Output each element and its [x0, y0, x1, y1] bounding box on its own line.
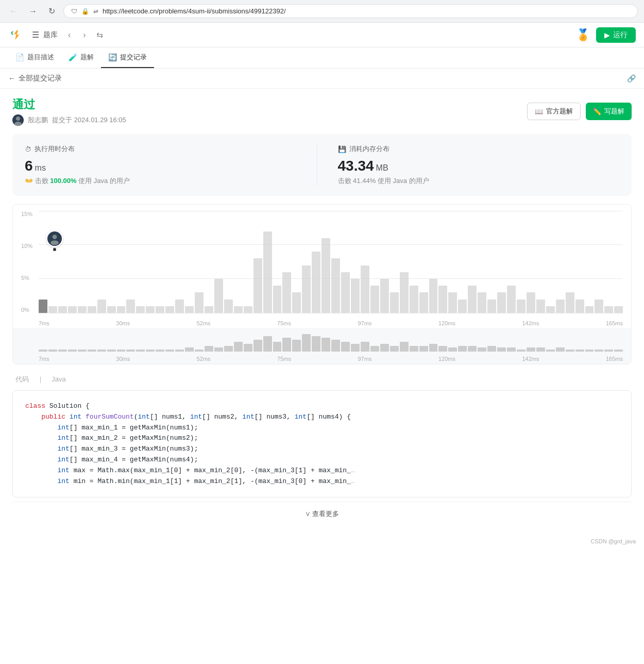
mini-bar-31 — [341, 342, 350, 352]
mini-bar-24 — [273, 342, 282, 352]
tab-description[interactable]: 📄 题目描述 — [8, 47, 61, 68]
memory-stat-section: 💾 消耗内存分布 43.34MB 击败 41.44% 使用 Java 的用户 — [317, 144, 620, 186]
time-stat-section: ⏱ 执行用时分布 6ms 👐 击败 100.00% 使用 Java 的用户 — [25, 144, 307, 186]
mini-bar-13 — [165, 350, 174, 352]
code-line-3: int[] max_min_1 = getMaxMin(nums1); — [25, 423, 619, 434]
chart-bar-13 — [165, 306, 174, 313]
problems-label[interactable]: 题库 — [43, 30, 58, 40]
chart-bar-7 — [107, 306, 116, 313]
mini-bar-50 — [527, 347, 535, 352]
mini-bar-27 — [302, 334, 311, 352]
mini-bar-2 — [58, 350, 67, 352]
mini-bar-30 — [331, 340, 340, 352]
user-avatar-chart — [46, 230, 63, 247]
menu-icon[interactable]: ☰ — [32, 30, 39, 40]
write-solution-label: 写题解 — [604, 107, 624, 116]
mini-x-label-7ms: 7ms — [39, 356, 49, 362]
back-arrow-icon: ← — [8, 74, 15, 82]
mini-bar-26 — [292, 340, 301, 352]
x-label-30ms: 30ms — [116, 320, 130, 326]
refresh-button[interactable]: ↻ — [45, 5, 58, 17]
chart-bar-24 — [273, 286, 282, 313]
tab-solution[interactable]: 🧪 题解 — [61, 47, 101, 68]
chart-bar-8 — [117, 306, 126, 313]
chart-bar-17 — [205, 306, 213, 313]
mini-bar-12 — [156, 350, 164, 352]
memory-beat-text: 击败 41.44% 使用 Java 的用户 — [338, 176, 620, 186]
submissions-tab-icon: 🔄 — [108, 53, 117, 61]
next-problem-button[interactable]: › — [81, 29, 88, 41]
code-line-5: int[] max_min_3 = getMaxMin(nums3); — [25, 444, 619, 455]
mini-bar-32 — [351, 344, 360, 352]
code-section: 代码 ｜ Java class Solution { public int fo… — [12, 375, 632, 526]
page-footer: CSDN @grd_java — [0, 534, 644, 549]
logo[interactable] — [8, 27, 24, 43]
mini-bar-49 — [517, 350, 526, 352]
address-bar[interactable]: 🛡 🔒 ⇌ https://leetcode.cn/problems/4sum-… — [63, 4, 638, 18]
official-solution-button[interactable]: 📖 官方题解 — [527, 103, 581, 120]
chart-bar-21 — [244, 306, 252, 313]
chart-bar-10 — [136, 306, 145, 313]
x-label-7ms: 7ms — [39, 320, 49, 326]
security-icon: 🛡 — [71, 8, 77, 15]
tab-solution-label: 题解 — [80, 53, 94, 62]
mini-bar-19 — [224, 346, 233, 352]
chart-bar-28 — [312, 252, 320, 313]
mini-bar-20 — [234, 342, 243, 352]
tab-submissions-label: 提交记录 — [120, 53, 147, 62]
mini-bar-35 — [380, 344, 389, 352]
chart-bar-39 — [419, 292, 428, 313]
chart-bar-42 — [448, 292, 457, 313]
mini-bar-16 — [195, 350, 204, 352]
forward-button[interactable]: → — [26, 6, 40, 17]
x-label-75ms: 75ms — [277, 320, 291, 326]
link-icon[interactable]: 🔗 — [627, 74, 636, 82]
mini-bar-1 — [48, 350, 57, 352]
mini-bar-57 — [595, 350, 603, 352]
code-line-4: int[] max_min_2 = getMaxMin(nums2); — [25, 433, 619, 444]
chart-bar-52 — [546, 306, 555, 313]
tab-submissions[interactable]: 🔄 提交记录 — [101, 47, 154, 68]
code-line-2: public int fourSumCount(int[] nums1, int… — [25, 412, 619, 423]
submitted-at: 提交于 2024.01.29 16:05 — [52, 115, 126, 125]
code-line-6: int[] max_min_4 = getMaxMin(nums4); — [25, 455, 619, 466]
chart-bar-41 — [438, 286, 447, 313]
chart-bar-36 — [390, 292, 399, 313]
user-marker — [46, 230, 63, 251]
x-label-52ms: 52ms — [197, 320, 211, 326]
mini-bar-10 — [136, 350, 145, 352]
code-line-1: class Solution { — [25, 401, 619, 412]
back-button[interactable]: ← — [6, 6, 21, 17]
shuffle-icon[interactable]: ⇆ — [96, 30, 103, 40]
back-to-submissions[interactable]: ← 全部提交记录 — [8, 74, 62, 83]
mini-bar-54 — [566, 350, 574, 352]
chart-bar-53 — [556, 300, 565, 313]
mini-bar-53 — [556, 347, 565, 352]
run-button[interactable]: ▶ 运行 — [596, 27, 636, 43]
x-label-97ms: 97ms — [358, 320, 372, 326]
prev-problem-button[interactable]: ‹ — [66, 29, 73, 41]
submission-meta: 殷志鹏 提交于 2024.01.29 16:05 — [12, 114, 126, 126]
mini-bar-51 — [536, 347, 545, 352]
chart-area: 15% 10% 5% 0% — [12, 204, 632, 364]
mini-bar-40 — [429, 344, 438, 352]
mini-bar-45 — [478, 347, 486, 352]
chart-bar-46 — [487, 300, 496, 313]
book-icon: 📖 — [535, 108, 543, 115]
submission-status: 通过 殷志鹏 提交于 2024.01.29 16:05 — [12, 97, 126, 126]
write-solution-button[interactable]: ✏️ 写题解 — [586, 103, 632, 120]
app-header: ☰ 题库 ‹ › ⇆ 🏅 ▶ 运行 — [0, 23, 644, 47]
chart-bar-18 — [214, 279, 223, 313]
vip-icon[interactable]: 🏅 — [576, 28, 590, 42]
show-more-button[interactable]: ∨ 查看更多 — [12, 502, 632, 526]
chart-bar-22 — [253, 258, 262, 313]
header-right: 🏅 ▶ 运行 — [576, 27, 636, 43]
mini-bar-37 — [400, 342, 409, 352]
mini-bar-58 — [604, 350, 613, 352]
chart-bar-40 — [429, 279, 438, 313]
mini-x-label-142ms: 142ms — [522, 356, 539, 362]
chart-bar-20 — [234, 306, 243, 313]
chart-bar-11 — [146, 306, 155, 313]
chart-bar-23 — [263, 231, 272, 313]
mini-bar-15 — [185, 347, 194, 352]
